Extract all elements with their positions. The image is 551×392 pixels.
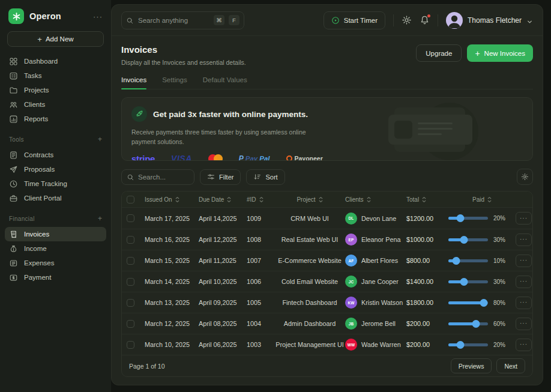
row-actions-button[interactable]: ··· xyxy=(516,276,532,288)
row-checkbox[interactable] xyxy=(127,214,134,222)
sidebar-item-projects[interactable]: Projects xyxy=(5,83,106,97)
client-avatar: AF xyxy=(345,255,357,267)
paid-slider[interactable] xyxy=(448,278,488,286)
user-menu[interactable]: Thomas Fletcher xyxy=(446,12,533,29)
slider-handle[interactable] xyxy=(453,257,460,265)
sidebar-item-invoices[interactable]: Invoices xyxy=(5,227,106,241)
next-page-button[interactable]: Next xyxy=(496,358,525,373)
column-header-id[interactable]: #ID xyxy=(247,196,274,203)
global-search[interactable]: ⌘ F xyxy=(121,11,244,29)
sidebar-item-label: Proposals xyxy=(24,166,55,173)
row-actions-button[interactable]: ··· xyxy=(516,318,532,330)
client-cell: JCJane Cooper xyxy=(345,276,406,288)
tab-default-values[interactable]: Default Values xyxy=(203,76,247,89)
sidebar-item-proposals[interactable]: Proposals xyxy=(5,162,106,176)
sort-updown-icon[interactable] xyxy=(319,196,323,203)
sidebar-menu-icon[interactable]: ··· xyxy=(93,12,103,21)
sidebar-item-label: Contracts xyxy=(24,151,53,158)
row-checkbox[interactable] xyxy=(127,320,134,328)
new-invoices-button[interactable]: + New Invoices xyxy=(467,44,533,62)
column-header-project[interactable]: Project xyxy=(274,196,345,203)
slider-handle[interactable] xyxy=(460,278,468,286)
slider-handle[interactable] xyxy=(472,320,480,328)
column-header-issued-on[interactable]: Issued On xyxy=(145,196,199,203)
select-all-checkbox[interactable] xyxy=(127,196,134,204)
table-settings-button[interactable] xyxy=(517,169,533,185)
column-header-total[interactable]: Total xyxy=(406,196,448,203)
due-date-cell: April 06,2025 xyxy=(199,341,247,348)
paid-cell: 80% xyxy=(448,299,516,307)
sidebar-item-time-tracking[interactable]: Time Tracking xyxy=(5,176,106,191)
issued-on-cell: March 17, 2025 xyxy=(145,215,199,222)
total-cell: $1000.00 xyxy=(406,236,448,243)
paid-slider[interactable] xyxy=(448,299,488,307)
slider-handle[interactable] xyxy=(460,236,468,244)
row-checkbox[interactable] xyxy=(127,341,134,349)
sidebar-item-label: Time Tracking xyxy=(24,180,67,187)
section-add-icon[interactable]: + xyxy=(98,135,102,143)
row-actions-button[interactable]: ··· xyxy=(516,234,532,246)
sidebar-item-payment[interactable]: Payment xyxy=(5,270,106,285)
sidebar-item-dashboard[interactable]: Dashboard xyxy=(5,54,106,68)
add-new-button[interactable]: + Add New xyxy=(7,31,104,47)
sort-updown-icon[interactable] xyxy=(259,196,263,203)
slider-handle[interactable] xyxy=(456,214,464,222)
row-actions-button[interactable]: ··· xyxy=(516,297,532,309)
issued-on-cell: March 15, 2025 xyxy=(145,257,199,264)
row-actions-button[interactable]: ··· xyxy=(516,255,532,267)
sidebar-item-client-portal[interactable]: Client Portal xyxy=(5,191,106,205)
sort-updown-icon[interactable] xyxy=(227,196,231,203)
sidebar-item-income[interactable]: Income xyxy=(5,241,106,256)
paid-slider[interactable] xyxy=(448,341,488,349)
row-checkbox[interactable] xyxy=(127,299,134,307)
slider-handle[interactable] xyxy=(480,299,488,307)
paid-slider[interactable] xyxy=(448,320,488,328)
section-add-icon[interactable]: + xyxy=(98,214,102,223)
column-header-paid[interactable]: Paid xyxy=(448,196,516,203)
sort-updown-icon[interactable] xyxy=(487,196,492,203)
cmd-key: ⌘ xyxy=(214,15,224,25)
paid-slider[interactable] xyxy=(448,236,488,244)
sort-updown-icon[interactable] xyxy=(422,196,426,203)
row-actions-button[interactable]: ··· xyxy=(516,212,532,225)
row-actions-button[interactable]: ··· xyxy=(516,339,532,351)
paid-slider[interactable] xyxy=(448,214,488,222)
column-header-clients[interactable]: Clients xyxy=(345,196,406,203)
payment-providers: stripe VISA PPayPal Payoneer xyxy=(131,154,523,161)
stripe-logo: stripe xyxy=(131,154,155,161)
global-search-input[interactable] xyxy=(138,17,209,24)
settings-gear-icon[interactable] xyxy=(402,15,412,25)
sort-button[interactable]: Sort xyxy=(246,169,285,185)
sort-updown-icon[interactable] xyxy=(175,196,179,203)
page-header: Invoices Display all the Invoices and es… xyxy=(121,44,533,66)
column-header-due-date[interactable]: Due Date xyxy=(199,196,247,203)
upgrade-button[interactable]: Upgrade xyxy=(416,44,462,62)
table-search-input[interactable] xyxy=(138,173,189,181)
sidebar-item-label: Dashboard xyxy=(24,58,58,65)
row-checkbox[interactable] xyxy=(127,257,134,265)
table-row: March 17, 2025April 14,20251009CRM Web U… xyxy=(122,208,532,229)
client-cell: KWKristin Watson xyxy=(345,297,406,309)
sort-updown-icon[interactable] xyxy=(367,196,371,203)
avatar xyxy=(446,12,463,29)
sidebar-item-clients[interactable]: Clients xyxy=(5,97,106,112)
paid-cell: 30% xyxy=(448,236,516,244)
sidebar-item-tasks[interactable]: Tasks xyxy=(5,68,106,83)
row-checkbox[interactable] xyxy=(127,236,134,244)
chevron-down-icon xyxy=(526,17,533,23)
tab-invoices[interactable]: Invoices xyxy=(121,76,146,89)
row-checkbox[interactable] xyxy=(127,278,134,286)
sidebar-item-expenses[interactable]: Expenses xyxy=(5,256,106,270)
sidebar-item-label: Reports xyxy=(24,115,48,122)
sidebar-item-reports[interactable]: Reports xyxy=(5,112,106,126)
start-timer-button[interactable]: Start Timer xyxy=(324,11,385,29)
previous-page-button[interactable]: Previews xyxy=(451,358,492,373)
paid-slider[interactable] xyxy=(448,257,488,265)
total-cell: $1400.00 xyxy=(406,278,448,285)
tab-settings[interactable]: Settings xyxy=(162,76,187,89)
notifications-bell-icon[interactable] xyxy=(420,15,430,25)
table-search[interactable] xyxy=(121,169,194,185)
filter-button[interactable]: Filter xyxy=(200,169,241,185)
slider-handle[interactable] xyxy=(456,341,464,349)
sidebar-item-contracts[interactable]: Contracts xyxy=(5,148,106,162)
